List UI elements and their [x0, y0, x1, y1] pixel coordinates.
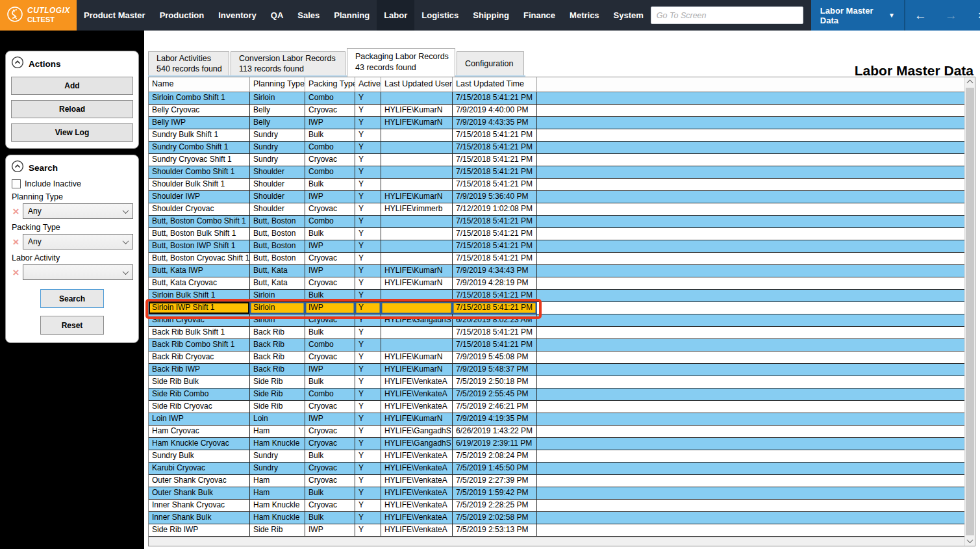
menu-item[interactable]: System	[607, 0, 651, 31]
cell-last-updated-time[interactable]: 7/9/2019 4:28:19 PM	[453, 277, 537, 289]
cell-planning-type[interactable]: Sirloin	[250, 92, 305, 104]
tab[interactable]: Conversion Labor Records 113 records fou…	[231, 51, 346, 75]
cell-last-updated-time[interactable]: 7/15/2018 5:41:21 PM	[453, 142, 537, 153]
cell-packing-type[interactable]: Bulk	[305, 487, 355, 499]
table-row[interactable]: Loin IWP Loin IWP Y HYLIFE\KumarN 7/9/20…	[149, 413, 964, 426]
cell-planning-type[interactable]: Side Rib	[250, 524, 305, 536]
cell-last-updated-time[interactable]: 7/15/2018 5:41:21 PM	[453, 179, 537, 190]
table-row[interactable]: Inner Shank Cryovac Ham Knuckle Cryovac …	[149, 500, 964, 512]
clear-filter-icon[interactable]: ×	[11, 207, 21, 216]
cell-packing-type[interactable]: Cryovac	[305, 314, 355, 326]
cell-planning-type[interactable]: Back Rib	[250, 364, 305, 376]
cell-name[interactable]: Ham Cryovac	[149, 426, 250, 437]
tab[interactable]: Packaging Labor Records 43 records found	[347, 48, 455, 77]
cell-packing-type[interactable]: Cryovac	[305, 253, 355, 264]
table-row[interactable]: Outer Shank Bulk Ham Bulk Y HYLIFE\Venka…	[149, 487, 964, 500]
cell-name[interactable]: Butt, Kata Cryovac	[149, 277, 250, 289]
cell-packing-type[interactable]: Cryovac	[305, 351, 355, 363]
cell-planning-type[interactable]: Ham Knuckle	[250, 500, 305, 511]
table-row[interactable]: Back Rib Combo Shift 1 Back Rib Combo Y …	[149, 339, 964, 351]
menu-item[interactable]: QA	[264, 0, 291, 31]
cell-packing-type[interactable]: IWP	[305, 240, 355, 252]
table-row[interactable]: Outer Shank Cryovac Ham Cryovac Y HYLIFE…	[149, 475, 964, 487]
cell-active[interactable]: Y	[355, 154, 381, 166]
table-row[interactable]: Butt, Boston Combo Shift 1 Butt, Boston …	[149, 216, 964, 228]
column-header-name[interactable]: Name	[149, 77, 250, 92]
cell-active[interactable]: Y	[355, 105, 381, 116]
cell-last-updated-time[interactable]: 7/5/2019 1:45:50 PM	[453, 463, 537, 474]
table-row[interactable]: Butt, Boston IWP Shift 1 Butt, Boston IW…	[149, 240, 964, 253]
cell-packing-type[interactable]: Combo	[305, 216, 355, 227]
packing-type-select[interactable]: Any	[23, 234, 133, 249]
cell-last-updated-user[interactable]: HYLIFE\KumarN	[381, 191, 453, 203]
cell-planning-type[interactable]: Shoulder	[250, 179, 305, 190]
cell-active[interactable]: Y	[355, 302, 381, 314]
cell-active[interactable]: Y	[355, 512, 381, 524]
cell-last-updated-user[interactable]: HYLIFE\KumarN	[381, 351, 453, 363]
table-row[interactable]: Sundry Bulk Sundry Bulk Y HYLIFE\Venkate…	[149, 450, 964, 463]
cell-packing-type[interactable]: Cryovac	[305, 105, 355, 116]
cell-last-updated-time[interactable]: 7/5/2019 2:46:21 PM	[453, 401, 537, 413]
cell-last-updated-user[interactable]: HYLIFE\KumarN	[381, 364, 453, 376]
cell-last-updated-time[interactable]: 7/5/2019 2:02:58 PM	[453, 512, 537, 524]
cell-name[interactable]: Butt, Boston IWP Shift 1	[149, 240, 250, 252]
cell-last-updated-user[interactable]: HYLIFE\VenkateA	[381, 450, 453, 462]
column-header-last-updated-time[interactable]: Last Updated Time	[453, 77, 537, 92]
cell-name[interactable]: Sundry Cryovac Shift 1	[149, 154, 250, 166]
cell-packing-type[interactable]: Combo	[305, 389, 355, 400]
cell-name[interactable]: Sundry Bulk Shift 1	[149, 129, 250, 141]
cell-planning-type[interactable]: Sirloin	[250, 302, 305, 314]
cell-name[interactable]: Sirloin Bulk Shift 1	[149, 290, 250, 301]
table-row[interactable]: Sirloin Bulk Shift 1 Sirloin Bulk Y 7/15…	[149, 290, 964, 302]
cell-last-updated-user[interactable]: HYLIFE\VenkateA	[381, 487, 453, 499]
cell-packing-type[interactable]: Combo	[305, 166, 355, 178]
cell-active[interactable]: Y	[355, 364, 381, 376]
cell-active[interactable]: Y	[355, 401, 381, 413]
menu-item[interactable]: Shipping	[466, 0, 516, 31]
cell-name[interactable]: Shoulder Bulk Shift 1	[149, 179, 250, 190]
cell-last-updated-user[interactable]	[381, 92, 453, 104]
cell-last-updated-time[interactable]: 6/19/2019 2:39:11 PM	[453, 438, 537, 450]
cell-planning-type[interactable]: Sundry	[250, 154, 305, 166]
cell-last-updated-time[interactable]: 7/12/2019 1:02:08 PM	[453, 203, 537, 215]
cell-last-updated-time[interactable]: 7/9/2019 5:45:08 PM	[453, 351, 537, 363]
cell-name[interactable]: Inner Shank Bulk	[149, 512, 250, 524]
cell-packing-type[interactable]: Cryovac	[305, 500, 355, 511]
table-row[interactable]: Sirloin Cryovac Sirloin Cryovac Y HYLIFE…	[149, 314, 964, 327]
table-row[interactable]: Back Rib Bulk Shift 1 Back Rib Bulk Y 7/…	[149, 327, 964, 339]
cell-last-updated-time[interactable]: 6/20/2019 8:02:23 AM	[453, 314, 537, 326]
cell-last-updated-time[interactable]: 7/15/2018 5:41:21 PM	[453, 339, 537, 351]
cell-active[interactable]: Y	[355, 92, 381, 104]
cell-planning-type[interactable]: Side Rib	[250, 389, 305, 400]
labor-activity-select[interactable]	[23, 264, 133, 280]
table-row[interactable]: Side Rib IWP Side Rib IWP Y HYLIFE\Venka…	[149, 524, 964, 537]
cell-planning-type[interactable]: Sirloin	[250, 314, 305, 326]
cell-last-updated-time[interactable]: 7/5/2019 2:53:13 PM	[453, 524, 537, 536]
cell-name[interactable]: Inner Shank Cryovac	[149, 500, 250, 511]
cell-name[interactable]: Side Rib Cryovac	[149, 401, 250, 413]
goto-screen-input[interactable]	[651, 6, 803, 24]
cell-planning-type[interactable]: Belly	[250, 105, 305, 116]
cell-last-updated-time[interactable]: 7/15/2018 5:41:21 PM	[453, 216, 537, 227]
cell-planning-type[interactable]: Ham Knuckle	[250, 512, 305, 524]
tab[interactable]: Labor Activities 540 records found	[148, 51, 229, 75]
table-row[interactable]: Sirloin IWP Shift 1 Sirloin IWP Y 7/15/2…	[149, 302, 964, 314]
cell-name[interactable]: Belly Cryovac	[149, 105, 250, 116]
cell-last-updated-time[interactable]: 6/26/2019 1:43:22 PM	[453, 426, 537, 437]
search-button[interactable]: Search	[40, 289, 104, 308]
cell-active[interactable]: Y	[355, 500, 381, 511]
cell-active[interactable]: Y	[355, 228, 381, 240]
cell-planning-type[interactable]: Loin	[250, 413, 305, 425]
cell-last-updated-user[interactable]	[381, 240, 453, 252]
cell-last-updated-user[interactable]: HYLIFE\KumarN	[381, 277, 453, 289]
menu-item[interactable]: Inventory	[211, 0, 264, 31]
cell-name[interactable]: Back Rib Cryovac	[149, 351, 250, 363]
cell-planning-type[interactable]: Shoulder	[250, 203, 305, 215]
cell-active[interactable]: Y	[355, 339, 381, 351]
table-row[interactable]: Ham Knuckle Cryovac Ham Knuckle Cryovac …	[149, 438, 964, 450]
cell-last-updated-user[interactable]: HYLIFE\VenkateA	[381, 475, 453, 487]
table-row[interactable]: Side Rib Bulk Side Rib Bulk Y HYLIFE\Ven…	[149, 376, 964, 389]
scroll-up-icon[interactable]	[965, 77, 975, 88]
menu-item[interactable]: Sales	[290, 0, 327, 31]
cell-last-updated-time[interactable]: 7/9/2019 5:36:40 PM	[453, 191, 537, 203]
